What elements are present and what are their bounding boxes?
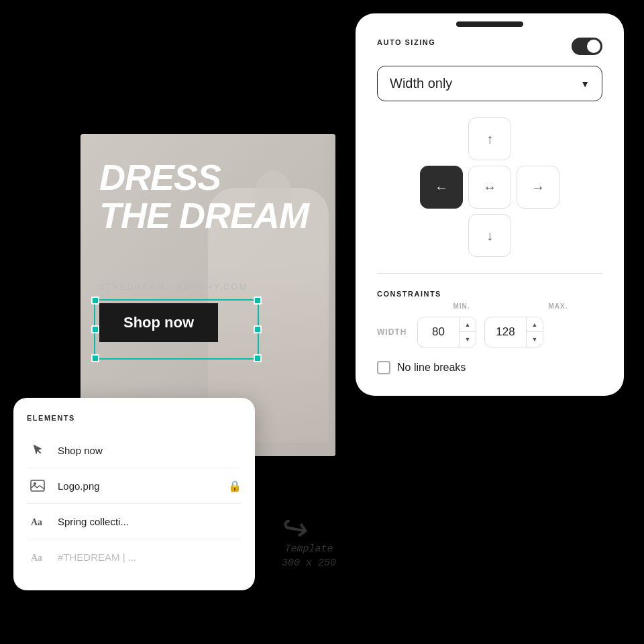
align-middle-center-button[interactable]: ↔ — [468, 166, 511, 209]
ad-button-wrapper: Shop now — [99, 303, 218, 342]
sizing-dropdown[interactable]: Width only ▼ — [377, 66, 602, 101]
max-width-value: 128 — [485, 319, 526, 345]
max-width-spinners: ▲ ▼ — [526, 317, 543, 347]
constraints-inputs: 80 ▲ ▼ 128 ▲ ▼ — [417, 317, 602, 347]
no-line-breaks-row[interactable]: No line breaks — [377, 361, 602, 374]
no-line-breaks-label: No line breaks — [397, 362, 466, 374]
element-item-spring[interactable]: Aa Spring collecti... — [27, 504, 241, 539]
ad-title: DRESS THE DREAM — [99, 158, 309, 234]
max-width-up-button[interactable]: ▲ — [527, 317, 543, 332]
constraints-header: MIN. MAX. — [377, 299, 602, 311]
element-item-logo[interactable]: Logo.png 🔒 — [27, 468, 241, 504]
element-item-hashtag[interactable]: Aa #THEDREAM | ... — [27, 539, 241, 574]
annotation: ↩ Template300 x 250 — [282, 513, 336, 570]
ad-shop-now-button[interactable]: Shop now — [99, 303, 218, 342]
element-name-spring: Spring collecti... — [58, 516, 241, 527]
align-middle-left-button[interactable]: ← — [420, 166, 463, 209]
divider — [377, 273, 602, 274]
text-icon: Aa — [27, 511, 48, 532]
dropdown-value: Width only — [390, 76, 452, 91]
auto-sizing-label: AUTO SIZING — [377, 38, 435, 46]
width-constraints-row: WIDTH 80 ▲ ▼ 128 ▲ ▼ — [377, 317, 602, 347]
phone-notch — [456, 21, 523, 27]
min-width-value: 80 — [418, 319, 459, 345]
min-width-input[interactable]: 80 ▲ ▼ — [417, 317, 476, 347]
no-line-breaks-checkbox[interactable] — [377, 361, 390, 374]
ad-hashtag: #THEDREAM | BENCHY.COM — [99, 282, 248, 292]
align-empty-tl — [420, 117, 463, 160]
align-bottom-center-button[interactable]: ↓ — [468, 214, 511, 257]
auto-sizing-toggle[interactable] — [572, 38, 602, 55]
image-icon — [27, 475, 48, 496]
align-top-center-button[interactable]: ↑ — [468, 117, 511, 160]
max-width-input[interactable]: 128 ▲ ▼ — [484, 317, 543, 347]
alignment-grid: ↑ ← ↔ → ↓ — [377, 117, 602, 257]
max-width-down-button[interactable]: ▼ — [527, 332, 543, 347]
auto-sizing-row: AUTO SIZING — [377, 38, 602, 55]
max-header-label: MAX. — [549, 303, 568, 310]
min-header-label: MIN. — [453, 303, 470, 310]
ad-title-line2: THE DREAM — [99, 197, 309, 235]
elements-panel: ELEMENTS Shop now Logo.png 🔒 Aa — [13, 398, 255, 590]
element-item-shop-now[interactable]: Shop now — [27, 433, 241, 468]
elements-panel-title: ELEMENTS — [27, 414, 241, 422]
width-label: WIDTH — [377, 327, 409, 337]
min-width-up-button[interactable]: ▲ — [460, 317, 476, 332]
lock-icon: 🔒 — [228, 480, 241, 492]
min-width-down-button[interactable]: ▼ — [460, 332, 476, 347]
element-name-shop-now: Shop now — [58, 445, 241, 456]
chevron-down-icon: ▼ — [580, 78, 590, 89]
element-name-hashtag: #THEDREAM | ... — [58, 551, 241, 563]
cursor-icon — [27, 439, 48, 461]
text-muted-icon: Aa — [27, 546, 48, 568]
constraints-label: CONSTRAINTS — [377, 290, 441, 298]
element-name-logo: Logo.png — [58, 480, 219, 492]
align-empty-br — [517, 214, 559, 257]
align-empty-tr — [517, 117, 559, 160]
phone-panel: AUTO SIZING Width only ▼ ↑ ← ↔ → ↓ CONST… — [356, 13, 624, 396]
min-width-spinners: ▲ ▼ — [459, 317, 476, 347]
align-empty-bl — [420, 214, 463, 257]
svg-text:Aa: Aa — [31, 553, 42, 563]
svg-text:Aa: Aa — [31, 517, 42, 527]
align-middle-right-button[interactable]: → — [517, 166, 559, 209]
ad-title-line1: DRESS — [99, 158, 309, 197]
